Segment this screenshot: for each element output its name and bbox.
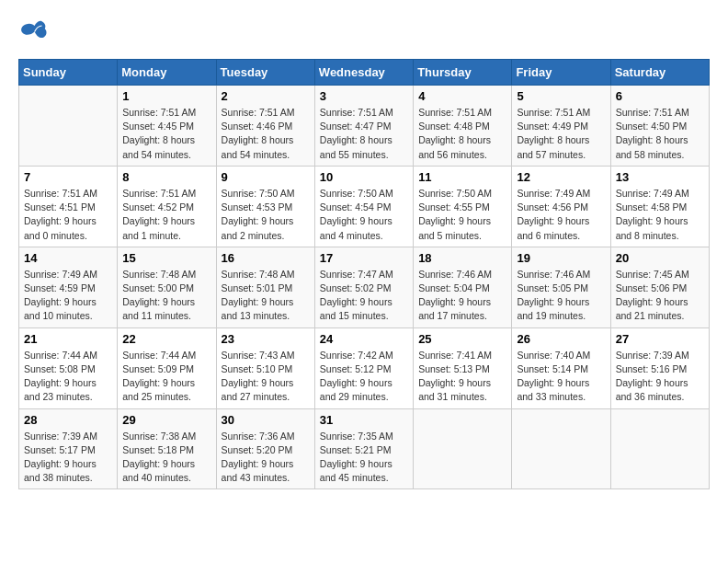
calendar-cell: 18Sunrise: 7:46 AM Sunset: 5:04 PM Dayli… bbox=[414, 247, 512, 327]
day-info: Sunrise: 7:46 AM Sunset: 5:04 PM Dayligh… bbox=[418, 268, 506, 324]
day-info: Sunrise: 7:51 AM Sunset: 4:52 PM Dayligh… bbox=[122, 187, 210, 243]
logo-icon bbox=[18, 18, 48, 44]
day-info: Sunrise: 7:49 AM Sunset: 4:58 PM Dayligh… bbox=[616, 187, 704, 243]
day-number: 11 bbox=[418, 170, 506, 184]
day-info: Sunrise: 7:41 AM Sunset: 5:13 PM Dayligh… bbox=[418, 349, 506, 405]
header-friday: Friday bbox=[512, 60, 610, 86]
day-number: 17 bbox=[320, 251, 408, 265]
calendar-cell bbox=[610, 408, 709, 489]
day-info: Sunrise: 7:51 AM Sunset: 4:50 PM Dayligh… bbox=[616, 106, 704, 162]
calendar-cell: 23Sunrise: 7:43 AM Sunset: 5:10 PM Dayli… bbox=[216, 327, 314, 408]
calendar-cell: 15Sunrise: 7:48 AM Sunset: 5:00 PM Dayli… bbox=[118, 247, 216, 327]
day-info: Sunrise: 7:35 AM Sunset: 5:21 PM Dayligh… bbox=[320, 430, 408, 486]
day-number: 15 bbox=[122, 251, 210, 265]
day-number: 21 bbox=[24, 332, 112, 346]
calendar-cell: 1Sunrise: 7:51 AM Sunset: 4:45 PM Daylig… bbox=[118, 86, 216, 167]
calendar-cell: 4Sunrise: 7:51 AM Sunset: 4:48 PM Daylig… bbox=[414, 86, 512, 167]
calendar-cell: 8Sunrise: 7:51 AM Sunset: 4:52 PM Daylig… bbox=[118, 166, 216, 247]
day-info: Sunrise: 7:43 AM Sunset: 5:10 PM Dayligh… bbox=[222, 349, 310, 405]
day-number: 5 bbox=[517, 89, 605, 103]
day-info: Sunrise: 7:49 AM Sunset: 4:56 PM Dayligh… bbox=[517, 187, 605, 243]
day-info: Sunrise: 7:51 AM Sunset: 4:47 PM Dayligh… bbox=[320, 106, 408, 162]
day-info: Sunrise: 7:39 AM Sunset: 5:17 PM Dayligh… bbox=[24, 430, 112, 486]
calendar-cell: 19Sunrise: 7:46 AM Sunset: 5:05 PM Dayli… bbox=[512, 247, 610, 327]
week-row-3: 14Sunrise: 7:49 AM Sunset: 4:59 PM Dayli… bbox=[19, 247, 710, 327]
header-row: SundayMondayTuesdayWednesdayThursdayFrid… bbox=[19, 60, 710, 86]
calendar-cell: 16Sunrise: 7:48 AM Sunset: 5:01 PM Dayli… bbox=[216, 247, 314, 327]
day-number: 8 bbox=[122, 170, 210, 184]
calendar-cell: 7Sunrise: 7:51 AM Sunset: 4:51 PM Daylig… bbox=[19, 166, 118, 247]
calendar-cell: 25Sunrise: 7:41 AM Sunset: 5:13 PM Dayli… bbox=[414, 327, 512, 408]
calendar-cell: 24Sunrise: 7:42 AM Sunset: 5:12 PM Dayli… bbox=[314, 327, 413, 408]
week-row-2: 7Sunrise: 7:51 AM Sunset: 4:51 PM Daylig… bbox=[19, 166, 710, 247]
day-info: Sunrise: 7:48 AM Sunset: 5:01 PM Dayligh… bbox=[222, 268, 310, 324]
calendar-cell: 26Sunrise: 7:40 AM Sunset: 5:14 PM Dayli… bbox=[512, 327, 610, 408]
day-number: 31 bbox=[320, 413, 408, 427]
calendar-cell: 27Sunrise: 7:39 AM Sunset: 5:16 PM Dayli… bbox=[610, 327, 709, 408]
day-number: 27 bbox=[616, 332, 704, 346]
header-sunday: Sunday bbox=[19, 60, 118, 86]
calendar-cell: 20Sunrise: 7:45 AM Sunset: 5:06 PM Dayli… bbox=[610, 247, 709, 327]
header-tuesday: Tuesday bbox=[216, 60, 314, 86]
calendar-cell: 29Sunrise: 7:38 AM Sunset: 5:18 PM Dayli… bbox=[118, 408, 216, 489]
day-number: 7 bbox=[24, 170, 112, 184]
calendar-cell: 12Sunrise: 7:49 AM Sunset: 4:56 PM Dayli… bbox=[512, 166, 610, 247]
calendar-cell: 13Sunrise: 7:49 AM Sunset: 4:58 PM Dayli… bbox=[610, 166, 709, 247]
calendar-cell: 30Sunrise: 7:36 AM Sunset: 5:20 PM Dayli… bbox=[216, 408, 314, 489]
calendar-body: 1Sunrise: 7:51 AM Sunset: 4:45 PM Daylig… bbox=[19, 86, 710, 489]
day-number: 3 bbox=[320, 89, 408, 103]
calendar-cell: 31Sunrise: 7:35 AM Sunset: 5:21 PM Dayli… bbox=[314, 408, 413, 489]
day-info: Sunrise: 7:47 AM Sunset: 5:02 PM Dayligh… bbox=[320, 268, 408, 324]
day-number: 9 bbox=[222, 170, 310, 184]
day-number: 12 bbox=[517, 170, 605, 184]
page-header bbox=[18, 18, 710, 44]
day-info: Sunrise: 7:48 AM Sunset: 5:00 PM Dayligh… bbox=[122, 268, 210, 324]
day-info: Sunrise: 7:50 AM Sunset: 4:55 PM Dayligh… bbox=[418, 187, 506, 243]
calendar-cell bbox=[414, 408, 512, 489]
day-info: Sunrise: 7:49 AM Sunset: 4:59 PM Dayligh… bbox=[24, 268, 112, 324]
day-info: Sunrise: 7:44 AM Sunset: 5:08 PM Dayligh… bbox=[24, 349, 112, 405]
day-info: Sunrise: 7:42 AM Sunset: 5:12 PM Dayligh… bbox=[320, 349, 408, 405]
day-number: 24 bbox=[320, 332, 408, 346]
day-number: 28 bbox=[24, 413, 112, 427]
calendar-cell: 14Sunrise: 7:49 AM Sunset: 4:59 PM Dayli… bbox=[19, 247, 118, 327]
header-wednesday: Wednesday bbox=[314, 60, 413, 86]
day-number: 2 bbox=[222, 89, 310, 103]
day-info: Sunrise: 7:51 AM Sunset: 4:48 PM Dayligh… bbox=[418, 106, 506, 162]
day-info: Sunrise: 7:44 AM Sunset: 5:09 PM Dayligh… bbox=[122, 349, 210, 405]
day-info: Sunrise: 7:51 AM Sunset: 4:51 PM Dayligh… bbox=[24, 187, 112, 243]
calendar-cell bbox=[512, 408, 610, 489]
calendar-cell bbox=[19, 86, 118, 167]
header-thursday: Thursday bbox=[414, 60, 512, 86]
day-info: Sunrise: 7:46 AM Sunset: 5:05 PM Dayligh… bbox=[517, 268, 605, 324]
day-number: 13 bbox=[616, 170, 704, 184]
day-info: Sunrise: 7:50 AM Sunset: 4:54 PM Dayligh… bbox=[320, 187, 408, 243]
day-info: Sunrise: 7:38 AM Sunset: 5:18 PM Dayligh… bbox=[122, 430, 210, 486]
logo bbox=[18, 18, 51, 44]
calendar-cell: 6Sunrise: 7:51 AM Sunset: 4:50 PM Daylig… bbox=[610, 86, 709, 167]
day-number: 26 bbox=[517, 332, 605, 346]
calendar-cell: 10Sunrise: 7:50 AM Sunset: 4:54 PM Dayli… bbox=[314, 166, 413, 247]
calendar-header: SundayMondayTuesdayWednesdayThursdayFrid… bbox=[19, 60, 710, 86]
day-number: 30 bbox=[222, 413, 310, 427]
day-number: 19 bbox=[517, 251, 605, 265]
day-number: 4 bbox=[418, 89, 506, 103]
day-number: 1 bbox=[122, 89, 210, 103]
calendar-cell: 9Sunrise: 7:50 AM Sunset: 4:53 PM Daylig… bbox=[216, 166, 314, 247]
day-info: Sunrise: 7:50 AM Sunset: 4:53 PM Dayligh… bbox=[222, 187, 310, 243]
day-number: 29 bbox=[122, 413, 210, 427]
day-info: Sunrise: 7:36 AM Sunset: 5:20 PM Dayligh… bbox=[222, 430, 310, 486]
day-info: Sunrise: 7:45 AM Sunset: 5:06 PM Dayligh… bbox=[616, 268, 704, 324]
calendar-cell: 28Sunrise: 7:39 AM Sunset: 5:17 PM Dayli… bbox=[19, 408, 118, 489]
calendar-cell: 3Sunrise: 7:51 AM Sunset: 4:47 PM Daylig… bbox=[314, 86, 413, 167]
week-row-5: 28Sunrise: 7:39 AM Sunset: 5:17 PM Dayli… bbox=[19, 408, 710, 489]
day-number: 22 bbox=[122, 332, 210, 346]
day-info: Sunrise: 7:40 AM Sunset: 5:14 PM Dayligh… bbox=[517, 349, 605, 405]
calendar-table: SundayMondayTuesdayWednesdayThursdayFrid… bbox=[18, 59, 710, 489]
calendar-cell: 21Sunrise: 7:44 AM Sunset: 5:08 PM Dayli… bbox=[19, 327, 118, 408]
day-number: 14 bbox=[24, 251, 112, 265]
header-monday: Monday bbox=[118, 60, 216, 86]
day-info: Sunrise: 7:39 AM Sunset: 5:16 PM Dayligh… bbox=[616, 349, 704, 405]
week-row-4: 21Sunrise: 7:44 AM Sunset: 5:08 PM Dayli… bbox=[19, 327, 710, 408]
day-number: 20 bbox=[616, 251, 704, 265]
